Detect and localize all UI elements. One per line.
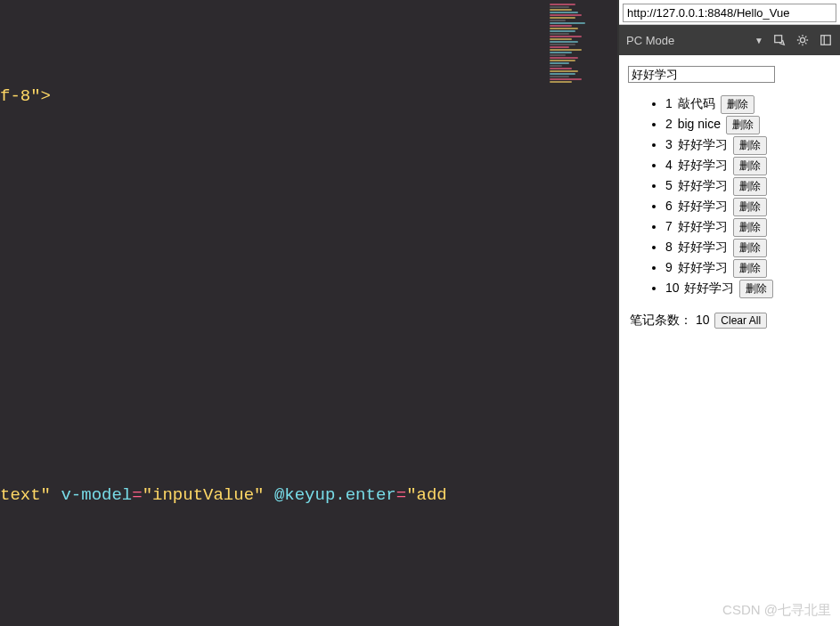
count-value: 10 <box>696 313 710 327</box>
select-icon[interactable] <box>772 33 787 47</box>
mode-select[interactable]: PC Mode <box>626 30 746 51</box>
code-content[interactable]: f-8"> text" v-model="inputValue" @keyup.… <box>0 0 617 626</box>
svg-rect-2 <box>821 36 831 45</box>
item-index: 5 <box>665 178 673 192</box>
count-row: 笔记条数： 10 Clear All <box>628 313 831 329</box>
list-item: 4 好好学习 删除 <box>665 155 831 175</box>
expand-icon[interactable] <box>819 33 833 47</box>
code-str: "inputValue" <box>143 485 265 505</box>
delete-button[interactable]: 删除 <box>733 218 767 237</box>
item-text: 好好学习 <box>674 240 731 254</box>
list-item: 7 好好学习 删除 <box>665 216 831 237</box>
item-text: 好好学习 <box>674 219 731 233</box>
code-attr: @keyup.enter <box>274 485 396 505</box>
preview-panel: PC Mode ▼ 1 敲代码 删除2 big nice 删除3 好好学习 删除… <box>617 0 840 626</box>
item-text: 好好学习 <box>674 137 731 151</box>
delete-button[interactable]: 删除 <box>733 177 767 196</box>
url-bar <box>619 0 840 25</box>
item-index: 10 <box>665 280 680 295</box>
list-item: 9 好好学习 删除 <box>665 257 831 278</box>
item-index: 8 <box>665 240 673 254</box>
item-index: 9 <box>665 260 673 274</box>
watermark: CSDN @七寻北里 <box>722 602 831 619</box>
list-item: 10 好好学习 删除 <box>665 278 831 298</box>
item-index: 4 <box>665 158 673 172</box>
code-text: f-8"> <box>0 86 51 106</box>
item-text: 好好学习 <box>681 280 738 295</box>
todo-list: 1 敲代码 删除2 big nice 删除3 好好学习 删除4 好好学习 删除5… <box>628 93 831 298</box>
list-item: 5 好好学习 删除 <box>665 175 831 196</box>
code-text: text" <box>0 485 51 505</box>
delete-button[interactable]: 删除 <box>733 157 767 175</box>
svg-point-1 <box>800 37 804 42</box>
delete-button[interactable]: 删除 <box>733 198 767 216</box>
delete-button[interactable]: 删除 <box>733 259 767 278</box>
item-text: 好好学习 <box>674 260 731 274</box>
preview-toolbar: PC Mode ▼ <box>619 25 840 55</box>
svg-rect-0 <box>775 36 782 43</box>
list-item: 8 好好学习 删除 <box>665 237 831 257</box>
item-index: 1 <box>665 96 673 110</box>
delete-button[interactable]: 删除 <box>733 136 767 155</box>
minimap[interactable] <box>546 0 617 160</box>
list-item: 3 好好学习 删除 <box>665 134 831 155</box>
delete-button[interactable]: 删除 <box>726 116 760 134</box>
item-text: big nice <box>674 117 724 131</box>
item-index: 6 <box>665 199 673 213</box>
url-input[interactable] <box>623 4 836 22</box>
code-str: "add <box>406 485 447 505</box>
item-index: 2 <box>665 117 673 131</box>
clear-all-button[interactable]: Clear All <box>714 313 767 329</box>
count-label: 笔记条数： <box>630 313 692 327</box>
todo-input[interactable] <box>628 66 775 83</box>
delete-button[interactable]: 删除 <box>733 239 767 257</box>
list-item: 2 big nice 删除 <box>665 114 831 134</box>
item-index: 3 <box>665 137 673 151</box>
list-item: 1 敲代码 删除 <box>665 93 831 114</box>
delete-button[interactable]: 删除 <box>739 280 773 298</box>
chevron-down-icon[interactable]: ▼ <box>754 36 763 45</box>
preview-content: 1 敲代码 删除2 big nice 删除3 好好学习 删除4 好好学习 删除5… <box>619 55 840 626</box>
item-text: 好好学习 <box>674 178 731 192</box>
code-attr: v-model <box>61 485 132 505</box>
item-text: 敲代码 <box>674 96 719 110</box>
delete-button[interactable]: 删除 <box>721 95 754 114</box>
item-index: 7 <box>665 219 673 233</box>
code-editor[interactable]: f-8"> text" v-model="inputValue" @keyup.… <box>0 0 617 626</box>
gear-icon[interactable] <box>795 33 810 47</box>
item-text: 好好学习 <box>674 158 731 172</box>
item-text: 好好学习 <box>674 199 731 213</box>
list-item: 6 好好学习 删除 <box>665 196 831 216</box>
